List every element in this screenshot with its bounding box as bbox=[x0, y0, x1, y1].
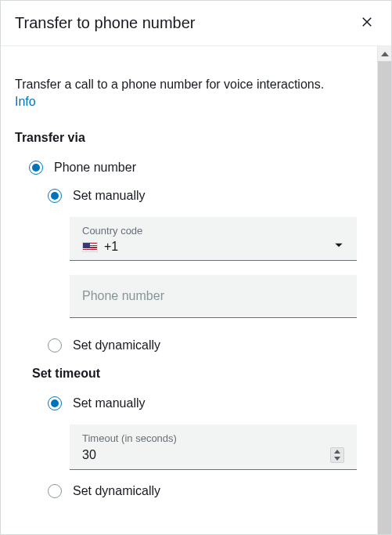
close-icon bbox=[360, 15, 374, 31]
country-code-field[interactable]: Country code +1 bbox=[70, 217, 357, 261]
radio-phone-number[interactable]: Phone number bbox=[15, 161, 363, 175]
panel-description: Transfer a call to a phone number for vo… bbox=[15, 76, 363, 93]
chevron-up-icon bbox=[381, 47, 389, 61]
radio-indicator bbox=[48, 396, 62, 410]
us-flag-icon bbox=[82, 242, 98, 252]
radio-label: Phone number bbox=[54, 161, 136, 175]
stepper-down-icon bbox=[331, 455, 343, 462]
info-link[interactable]: Info bbox=[15, 95, 36, 108]
timeout-label: Timeout (in seconds) bbox=[82, 432, 344, 444]
panel-content: Transfer a call to a phone number for vo… bbox=[1, 46, 377, 534]
radio-indicator bbox=[48, 189, 62, 203]
country-code-value: +1 bbox=[104, 240, 118, 254]
stepper-up-icon bbox=[331, 448, 343, 455]
panel-header: Transfer to phone number bbox=[1, 1, 391, 46]
radio-label: Set dynamically bbox=[73, 338, 160, 352]
radio-timeout-dynamically[interactable]: Set dynamically bbox=[15, 484, 363, 498]
chevron-down-icon bbox=[333, 240, 344, 254]
number-stepper[interactable] bbox=[330, 447, 344, 463]
phone-number-input[interactable]: Phone number bbox=[70, 275, 357, 318]
radio-label: Set manually bbox=[73, 189, 146, 203]
phone-placeholder: Phone number bbox=[82, 289, 344, 303]
scrollbar[interactable] bbox=[377, 46, 391, 534]
radio-indicator bbox=[29, 161, 43, 175]
timeout-value: 30 bbox=[82, 448, 96, 462]
set-timeout-label: Set timeout bbox=[15, 367, 363, 381]
radio-set-manually[interactable]: Set manually bbox=[15, 189, 363, 203]
scroll-thumb[interactable] bbox=[378, 62, 391, 534]
close-button[interactable] bbox=[357, 12, 377, 34]
radio-label: Set manually bbox=[73, 396, 146, 410]
timeout-field[interactable]: Timeout (in seconds) 30 bbox=[70, 425, 357, 470]
transfer-panel: Transfer to phone number Transfer a call… bbox=[0, 0, 392, 535]
panel-body: Transfer a call to a phone number for vo… bbox=[1, 46, 391, 534]
radio-timeout-manually[interactable]: Set manually bbox=[15, 396, 363, 410]
radio-indicator bbox=[48, 338, 62, 352]
transfer-via-label: Transfer via bbox=[15, 131, 363, 145]
radio-label: Set dynamically bbox=[73, 484, 160, 498]
radio-set-dynamically[interactable]: Set dynamically bbox=[15, 338, 363, 352]
country-code-label: Country code bbox=[82, 225, 344, 237]
radio-indicator bbox=[48, 484, 62, 498]
panel-title: Transfer to phone number bbox=[15, 14, 196, 32]
scroll-up-button[interactable] bbox=[378, 46, 391, 62]
